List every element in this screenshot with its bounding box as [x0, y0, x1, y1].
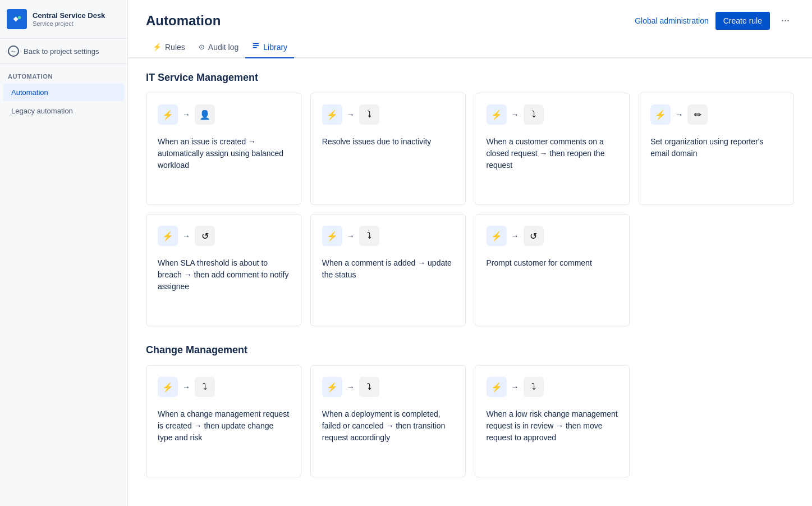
card-icons: ⚡ → ⤵ [487, 377, 618, 397]
arrow-icon: → [511, 382, 519, 391]
card-auto-assign[interactable]: ⚡ → 👤 When an issue is created → automat… [146, 93, 301, 205]
project-info: Central Service Desk Service project [33, 11, 105, 28]
arrow-icon: → [182, 382, 190, 391]
library-content: IT Service Management ⚡ → 👤 When an issu… [128, 58, 812, 500]
project-avatar [7, 9, 27, 29]
trigger-icon-box: ⚡ [158, 377, 178, 397]
lightning-icon: ⚡ [655, 110, 666, 120]
person-icon: 👤 [199, 110, 210, 120]
trigger-icon-box: ⚡ [487, 377, 507, 397]
lightning-icon: ⚡ [162, 110, 173, 120]
action-icon-box: ⤵ [195, 377, 215, 397]
card-change-created[interactable]: ⚡ → ⤵ When a change management request i… [146, 365, 301, 477]
section-title-it-service: IT Service Management [146, 72, 794, 84]
action-icon-box: ⤵ [524, 104, 544, 125]
create-rule-button[interactable]: Create rule [715, 12, 770, 30]
arrow-icon: → [511, 110, 519, 119]
back-to-settings-link[interactable]: ← Back to project settings [0, 39, 127, 64]
action-icon-box: ⤵ [359, 226, 379, 246]
arrow-icon: → [675, 110, 683, 119]
card-text: When a change management request is crea… [158, 408, 290, 444]
tab-rules-label: Rules [165, 43, 185, 52]
sidebar-section-label: AUTOMATION [0, 64, 127, 83]
action-icon-box: ⤵ [359, 377, 379, 397]
tab-audit-log[interactable]: ⊙ Audit log [192, 37, 245, 58]
card-text: When SLA threshold is about to breach → … [158, 257, 290, 293]
action-icon-box: ✏ [687, 104, 708, 125]
card-icons: ⚡ → ⤵ [322, 226, 454, 246]
branch-icon: ⤵ [531, 382, 536, 392]
sidebar-item-automation-label: Automation [11, 88, 48, 97]
page-title: Automation [146, 13, 221, 29]
card-reopen-request[interactable]: ⚡ → ⤵ When a customer comments on a clos… [475, 93, 630, 205]
action-icon-box: ↺ [524, 226, 544, 246]
rules-icon: ⚡ [153, 43, 162, 51]
tab-rules[interactable]: ⚡ Rules [146, 37, 192, 58]
page-header: Automation Global administration Create … [128, 0, 812, 30]
it-service-row-2: ⚡ → ↺ When SLA threshold is about to bre… [146, 214, 794, 326]
pencil-icon: ✏ [694, 110, 701, 120]
card-icons: ⚡ → ⤵ [322, 104, 454, 125]
trigger-icon-box: ⚡ [487, 104, 507, 125]
tab-audit-log-label: Audit log [208, 43, 238, 52]
trigger-icon-box: ⚡ [158, 104, 178, 125]
card-comment-status[interactable]: ⚡ → ⤵ When a comment is added → update t… [310, 214, 466, 326]
action-icon-box: ↺ [195, 226, 215, 246]
lightning-icon: ⚡ [327, 231, 338, 241]
sidebar-item-legacy-automation[interactable]: Legacy automation [3, 102, 124, 120]
lightning-icon: ⚡ [491, 231, 502, 241]
branch-icon: ⤵ [531, 110, 536, 120]
trigger-icon-box: ⚡ [322, 104, 342, 125]
svg-point-1 [18, 16, 21, 20]
card-icons: ⚡ → ↺ [487, 226, 618, 246]
branch-icon: ⤵ [367, 231, 371, 241]
change-management-row: ⚡ → ⤵ When a change management request i… [146, 365, 794, 477]
arrow-icon: → [182, 231, 190, 240]
sidebar-item-legacy-automation-label: Legacy automation [11, 107, 73, 115]
header-actions: Global administration Create rule ··· [635, 11, 794, 30]
arrow-icon: → [511, 231, 519, 240]
card-icons: ⚡ → ⤵ [322, 377, 454, 397]
card-set-organization[interactable]: ⚡ → ✏ Set organization using reporter's … [639, 93, 794, 205]
card-text: When an issue is created → automatically… [158, 136, 290, 171]
card-deployment[interactable]: ⚡ → ⤵ When a deployment is completed, fa… [310, 365, 466, 477]
more-options-button[interactable]: ··· [777, 11, 794, 30]
sidebar: Central Service Desk Service project ← B… [0, 0, 128, 506]
back-link-label: Back to project settings [24, 47, 99, 56]
project-header: Central Service Desk Service project [0, 0, 127, 39]
tab-library-label: Library [263, 43, 287, 52]
action-icon-box: ⤵ [524, 377, 544, 397]
branch-icon: ⤵ [203, 382, 207, 392]
lightning-icon: ⚡ [162, 382, 173, 393]
card-prompt-customer[interactable]: ⚡ → ↺ Prompt customer for comment [475, 214, 630, 326]
card-icons: ⚡ → 👤 [158, 104, 290, 125]
trigger-icon-box: ⚡ [322, 377, 342, 397]
card-resolve-inactivity[interactable]: ⚡ → ⤵ Resolve issues due to inactivity [310, 93, 466, 205]
trigger-icon-box: ⚡ [322, 226, 342, 246]
card-icons: ⚡ → ✏ [650, 104, 782, 125]
trigger-icon-box: ⚡ [650, 104, 671, 125]
arrow-icon: → [347, 231, 355, 240]
card-low-risk-review[interactable]: ⚡ → ⤵ When a low risk change management … [475, 365, 630, 477]
section-title-change-management: Change Management [146, 344, 794, 356]
global-administration-link[interactable]: Global administration [635, 16, 709, 25]
action-icon-box: ⤵ [359, 104, 379, 125]
audit-log-icon: ⊙ [199, 43, 205, 51]
branch-icon: ⤵ [367, 110, 371, 120]
card-text: Prompt customer for comment [487, 257, 618, 269]
card-text: Set organization using reporter's email … [650, 136, 782, 159]
lightning-icon: ⚡ [491, 382, 502, 393]
branch-icon: ⤵ [367, 382, 371, 392]
refresh-icon: ↺ [201, 231, 209, 241]
lightning-icon: ⚡ [162, 231, 173, 241]
back-icon: ← [8, 45, 19, 57]
tab-library[interactable]: Library [245, 37, 294, 58]
trigger-icon-box: ⚡ [487, 226, 507, 246]
action-icon-box: 👤 [195, 104, 215, 125]
refresh-icon: ↺ [530, 231, 537, 241]
card-text: When a comment is added → update the sta… [322, 257, 454, 281]
card-sla-breach[interactable]: ⚡ → ↺ When SLA threshold is about to bre… [146, 214, 301, 326]
arrow-icon: → [182, 110, 190, 119]
sidebar-item-automation[interactable]: Automation [3, 84, 124, 101]
lightning-icon: ⚡ [491, 110, 502, 120]
